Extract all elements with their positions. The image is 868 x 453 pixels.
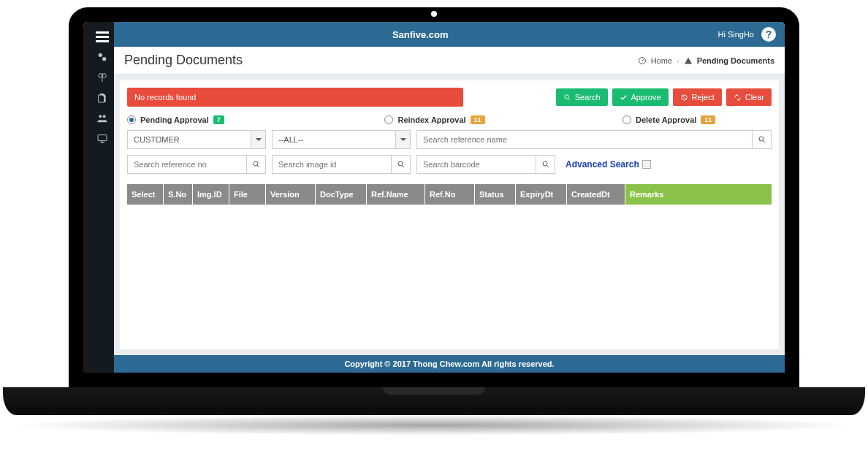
radio-icon bbox=[127, 115, 136, 124]
menu-toggle-button[interactable] bbox=[91, 26, 114, 47]
documents-icon bbox=[96, 92, 108, 104]
chevron-down-icon bbox=[251, 131, 265, 148]
th-imgid[interactable]: Img.ID bbox=[193, 184, 229, 205]
sidebar-item-monitor[interactable] bbox=[91, 129, 114, 149]
reject-button[interactable]: Reject bbox=[673, 88, 722, 106]
radio-reindex-approval[interactable]: Reindex Approval 11 bbox=[332, 115, 538, 124]
sidebar-item-documents[interactable] bbox=[91, 88, 114, 108]
advanced-search-toggle[interactable]: Advanced Search bbox=[566, 159, 651, 170]
image-id-input[interactable] bbox=[273, 156, 391, 173]
th-expirydt[interactable]: ExpiryDt bbox=[516, 184, 567, 205]
refresh-icon bbox=[734, 94, 742, 102]
th-version[interactable]: Version bbox=[266, 184, 316, 205]
help-button[interactable]: ? bbox=[761, 27, 776, 42]
user-greeting[interactable]: Hi SingHo bbox=[717, 30, 754, 39]
reference-name-input-group bbox=[416, 130, 772, 149]
dashboard-icon bbox=[638, 56, 647, 65]
search-icon bbox=[252, 160, 261, 169]
sidebar bbox=[91, 22, 114, 373]
radio-icon bbox=[623, 115, 631, 124]
top-bar: Sanfive.com Hi SingHo ? bbox=[114, 22, 785, 47]
th-doctype[interactable]: DocType bbox=[316, 184, 367, 205]
laptop-base bbox=[3, 387, 865, 415]
search-button[interactable]: Search bbox=[556, 88, 608, 106]
sidebar-item-users[interactable] bbox=[91, 108, 114, 129]
search-icon bbox=[563, 94, 571, 102]
approve-button[interactable]: Approve bbox=[612, 88, 669, 106]
svg-point-1 bbox=[102, 57, 106, 61]
svg-point-10 bbox=[398, 161, 403, 166]
type-select-value: --ALL-- bbox=[273, 131, 395, 148]
barcode-input-group bbox=[416, 155, 555, 174]
balance-icon bbox=[96, 72, 108, 83]
table-header: Select S.No Img.ID File Version DocType … bbox=[127, 184, 772, 205]
page-title: Pending Documents bbox=[124, 53, 243, 68]
svg-point-9 bbox=[254, 161, 258, 166]
radio-icon bbox=[384, 115, 393, 124]
th-refno[interactable]: Ref.No bbox=[425, 184, 475, 205]
image-id-search-button[interactable] bbox=[391, 156, 410, 173]
customer-select[interactable]: CUSTOMER bbox=[127, 130, 266, 149]
breadcrumb-home[interactable]: Home bbox=[651, 56, 672, 65]
svg-point-8 bbox=[759, 137, 764, 141]
th-remarks[interactable]: Remarks bbox=[625, 184, 772, 205]
content-panel: No records found Search Approve Reject bbox=[120, 80, 779, 349]
reject-button-label: Reject bbox=[692, 93, 715, 102]
footer-bar: Copyright © 2017 Thong Chew.com All righ… bbox=[114, 355, 785, 373]
ban-icon bbox=[680, 94, 688, 102]
svg-rect-4 bbox=[98, 135, 107, 141]
reference-no-input-group bbox=[127, 155, 266, 174]
users-icon bbox=[96, 113, 108, 124]
th-createddt[interactable]: CreatedDt bbox=[567, 184, 625, 205]
search-button-label: Search bbox=[575, 93, 601, 102]
th-file[interactable]: File bbox=[229, 184, 266, 205]
svg-point-0 bbox=[99, 53, 102, 57]
svg-point-11 bbox=[543, 161, 547, 166]
check-icon bbox=[620, 94, 628, 102]
image-id-input-group bbox=[272, 155, 411, 174]
clear-button[interactable]: Clear bbox=[726, 88, 772, 106]
app-title: Sanfive.com bbox=[123, 29, 717, 40]
monitor-icon bbox=[96, 133, 108, 145]
reference-no-search-button[interactable] bbox=[246, 156, 265, 173]
laptop-notch bbox=[383, 387, 485, 395]
page-header-bar: Pending Documents Home › Pending Documen… bbox=[114, 47, 785, 75]
window-edge bbox=[83, 22, 91, 373]
radio-pending-label: Pending Approval bbox=[140, 115, 209, 124]
gears-icon bbox=[96, 51, 108, 63]
sidebar-item-gears[interactable] bbox=[91, 47, 114, 67]
chevron-down-icon bbox=[395, 131, 410, 148]
hamburger-icon bbox=[96, 31, 109, 42]
customer-select-value: CUSTOMER bbox=[128, 131, 251, 148]
radio-delete-label: Delete Approval bbox=[636, 115, 696, 124]
th-status[interactable]: Status bbox=[475, 184, 516, 205]
table-body-empty bbox=[127, 205, 772, 342]
th-refname[interactable]: Ref.Name bbox=[367, 184, 425, 205]
approve-button-label: Approve bbox=[631, 93, 661, 102]
reference-no-input[interactable] bbox=[128, 156, 246, 173]
search-icon bbox=[758, 135, 766, 144]
delete-count-badge: 11 bbox=[701, 115, 715, 124]
reindex-count-badge: 11 bbox=[471, 115, 485, 124]
radio-pending-approval[interactable]: Pending Approval 7 bbox=[127, 115, 332, 124]
type-select[interactable]: --ALL-- bbox=[272, 130, 411, 149]
barcode-search-button[interactable] bbox=[536, 156, 555, 173]
radio-delete-approval[interactable]: Delete Approval 11 bbox=[537, 115, 772, 124]
checkbox-icon bbox=[642, 160, 651, 169]
reference-name-input[interactable] bbox=[417, 131, 752, 148]
sidebar-item-balance[interactable] bbox=[91, 67, 114, 88]
search-icon bbox=[397, 160, 406, 169]
advanced-search-label: Advanced Search bbox=[566, 159, 639, 170]
warning-icon bbox=[684, 56, 693, 65]
breadcrumb-separator: › bbox=[677, 56, 679, 65]
pending-count-badge: 7 bbox=[213, 115, 224, 124]
barcode-input[interactable] bbox=[417, 156, 536, 173]
laptop-camera bbox=[430, 9, 438, 18]
alert-banner: No records found bbox=[127, 88, 463, 107]
radio-reindex-label: Reindex Approval bbox=[397, 115, 465, 124]
th-select[interactable]: Select bbox=[127, 184, 164, 205]
svg-point-3 bbox=[103, 115, 106, 118]
th-sno[interactable]: S.No bbox=[164, 184, 193, 205]
laptop-shadow bbox=[10, 415, 858, 435]
reference-name-search-button[interactable] bbox=[752, 131, 771, 148]
